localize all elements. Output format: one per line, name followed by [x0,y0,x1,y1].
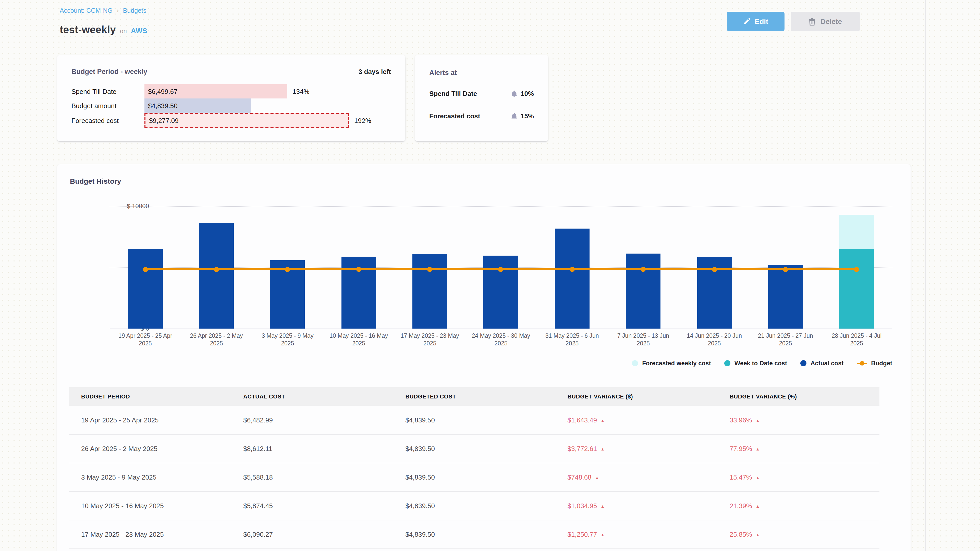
x-axis-category-label: 28 Jun 2025 - 4 Jul 2025 [826,332,888,348]
variance-up-triangle-icon: ▲ [756,504,760,509]
table-header-row: BUDGET PERIODACTUAL COSTBUDGETED COSTBUD… [69,387,880,406]
cloud-provider-label: AWS [131,27,147,35]
x-axis-category-label: 21 Jun 2025 - 27 Jun 2025 [754,332,817,348]
table-cell-budget-variance-usd: $1,034.95▲ [555,502,718,510]
budget-period-row-percent: 192% [354,117,371,124]
table-cell-budgeted-cost: $4,839.50 [393,416,555,424]
x-axis-category-label: 17 May 2025 - 23 May 2025 [399,332,461,348]
table-cell-actual-cost: $6,482.99 [231,416,393,424]
chart-plot-area: 19 Apr 2025 - 25 Apr 202526 Apr 2025 - 2… [110,206,892,329]
legend-item-label: Forecasted weekly cost [642,360,711,367]
legend-item-forecasted-weekly-cost[interactable]: Forecasted weekly cost [632,360,711,367]
budget-period-row: Forecasted cost$9,277.09192% [57,113,391,128]
budget-period-title: Budget Period - weekly [72,68,147,76]
table-cell-budget-variance-usd: $1,250.77▲ [555,530,718,538]
table-body: 19 Apr 2025 - 25 Apr 2025$6,482.99$4,839… [69,406,880,549]
budget-period-row-value: $6,499.67 [148,87,178,95]
bell-icon [511,90,517,97]
budget-period-row-label: Budget amount [72,102,145,110]
table-row: 17 May 2025 - 23 May 2025$6,090.27$4,839… [69,520,880,549]
alert-threshold: 15% [511,112,534,120]
budget-period-row: Spend Till Date$6,499.67134% [57,84,391,98]
page-header: Account: CCM-NG › Budgets test-weekly on… [0,0,925,43]
chart-category-slot: 10 May 2025 - 16 May 2025 [323,206,394,329]
chart-category-slot: 19 Apr 2025 - 25 Apr 2025 [110,206,181,329]
variance-up-triangle-icon: ▲ [595,475,599,480]
table-header-cell: BUDGET VARIANCE ($) [555,393,718,400]
budget-line [145,268,856,270]
chart-category-slot: 3 May 2025 - 9 May 2025 [252,206,323,329]
legend-circle-marker [632,360,638,366]
actual-cost-bar[interactable] [412,254,447,329]
main-panel: Account: CCM-NG › Budgets test-weekly on… [0,0,926,551]
x-axis-category-label: 24 May 2025 - 30 May 2025 [470,332,532,348]
table-row: 26 Apr 2025 - 2 May 2025$8,612.11$4,839.… [69,435,880,463]
edit-button[interactable]: Edit [727,12,784,31]
table-row: 19 Apr 2025 - 25 Apr 2025$6,482.99$4,839… [69,406,880,435]
bell-icon [511,113,517,120]
x-axis-category-label: 19 Apr 2025 - 25 Apr 2025 [114,332,177,348]
alert-threshold-value: 10% [520,90,534,97]
budget-period-row-label: Spend Till Date [72,87,145,95]
actual-cost-bar[interactable] [626,254,660,329]
table-cell-budget-variance-pct: 25.85%▲ [718,530,880,538]
delete-button[interactable]: Delete [791,12,860,31]
table-header-cell: BUDGET PERIOD [69,393,231,400]
breadcrumb-account-link[interactable]: Account: CCM-NG [60,7,113,14]
chart-category-slot: 28 Jun 2025 - 4 Jul 2025 [821,206,892,329]
page-title-on: on [120,27,127,35]
table-header-cell: BUDGET VARIANCE (%) [718,393,880,400]
chart-category-slot: 14 Jun 2025 - 20 Jun 2025 [679,206,750,329]
variance-up-triangle-icon: ▲ [756,533,760,537]
table-cell-budgeted-cost: $4,839.50 [393,445,555,453]
table-row: 3 May 2025 - 9 May 2025$5,588.18$4,839.5… [69,463,880,492]
alert-row-label: Forecasted cost [429,112,480,120]
legend-line-dot-marker [857,362,867,364]
breadcrumb-budgets-link[interactable]: Budgets [123,7,146,14]
legend-item-budget[interactable]: Budget [857,360,892,367]
variance-up-triangle-icon: ▲ [756,475,760,480]
actual-cost-bar[interactable] [555,229,590,329]
variance-up-triangle-icon: ▲ [600,504,605,509]
budget-history-table: BUDGET PERIODACTUAL COSTBUDGETED COSTBUD… [69,387,880,549]
table-cell-budget-variance-usd: $1,643.49▲ [555,416,718,424]
variance-up-triangle-icon: ▲ [756,418,760,423]
trash-icon [809,17,816,25]
table-cell-budget-variance-pct: 77.95%▲ [718,445,880,453]
alerts-card: Alerts at Spend Till Date10%Forecasted c… [415,55,548,141]
budget-history-title: Budget History [70,177,121,185]
actual-cost-bar[interactable] [768,265,803,329]
table-cell-budget-variance-pct: 21.39%▲ [718,502,880,510]
legend-item-label: Week to Date cost [735,360,787,367]
table-cell-budget-variance-usd: $748.68▲ [555,473,718,481]
chart-category-slot: 21 Jun 2025 - 27 Jun 2025 [750,206,821,329]
page-title: test-weekly [60,24,116,36]
actual-cost-bar[interactable] [199,223,234,329]
forecast-bar: $9,277.09 [145,113,349,128]
table-cell-actual-cost: $6,090.27 [231,530,393,538]
legend-item-week-to-date-cost[interactable]: Week to Date cost [724,360,787,367]
legend-item-actual-cost[interactable]: Actual cost [800,360,843,367]
budget-period-row: Budget amount$4,839.50 [57,98,391,113]
table-row: 10 May 2025 - 16 May 2025$5,874.45$4,839… [69,492,880,520]
alert-row-label: Spend Till Date [429,90,477,97]
table-cell-actual-cost: $5,874.45 [231,502,393,510]
budget-period-rows: Spend Till Date$6,499.67134%Budget amoun… [57,84,391,128]
table-cell-budgeted-cost: $4,839.50 [393,473,555,481]
alert-threshold: 10% [511,90,534,97]
week-to-date-cost-bar[interactable] [839,249,874,329]
variance-up-triangle-icon: ▲ [600,447,605,451]
budget-period-card: Budget Period - weekly 3 days left Spend… [57,55,405,141]
chart-legend: Forecasted weekly costWeek to Date costA… [632,360,892,367]
table-cell-budget-variance-usd: $3,772.61▲ [555,445,718,453]
x-axis-category-label: 26 Apr 2025 - 2 May 2025 [185,332,248,348]
forecasted-weekly-cost-bar[interactable] [839,215,874,249]
alerts-title: Alerts at [429,69,534,76]
budget-history-chart: $ 10000 $ 0 19 Apr 2025 - 25 Apr 202526 … [110,206,892,329]
title-row: test-weekly on AWS [60,24,147,36]
alert-threshold-value: 15% [520,112,534,120]
variance-up-triangle-icon: ▲ [600,533,605,537]
table-cell-budget-period: 19 Apr 2025 - 25 Apr 2025 [69,416,231,424]
delete-button-label: Delete [821,17,842,25]
actual-cost-bar[interactable] [128,249,162,329]
